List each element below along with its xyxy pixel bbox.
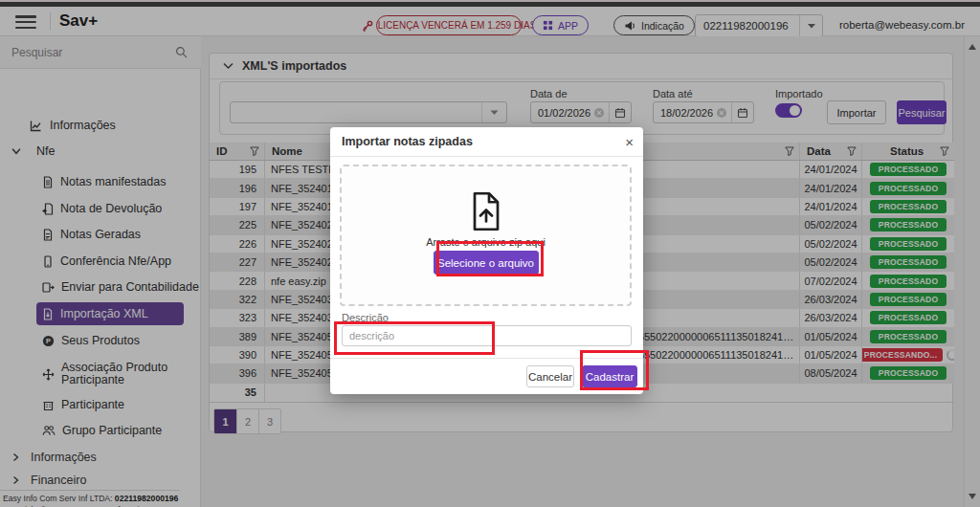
cancel-button[interactable]: Cancelar	[526, 365, 574, 387]
modal-title: Importar notas zipadas	[342, 135, 473, 148]
description-input[interactable]	[342, 325, 632, 346]
upload-file-icon	[469, 191, 503, 231]
select-file-button[interactable]: Selecione o arquivo	[434, 251, 539, 275]
modal-footer: Cancelar Cadastrar	[330, 358, 643, 394]
submit-button[interactable]: Cadastrar	[582, 365, 637, 387]
close-icon[interactable]: ×	[625, 135, 634, 149]
dropzone-hint: Arraste o arquivo zip aqui	[426, 236, 546, 248]
app-window: Sav+ LICENÇA VENCERÁ EM 1.259 DIAS APP I…	[0, 0, 980, 507]
import-zip-modal: Importar notas zipadas × Arraste o arqui…	[330, 127, 643, 394]
file-dropzone[interactable]: Arraste o arquivo zip aqui Selecione o a…	[340, 165, 632, 306]
description-label: Descrição	[342, 312, 389, 323]
modal-header: Importar notas zipadas ×	[330, 127, 643, 157]
